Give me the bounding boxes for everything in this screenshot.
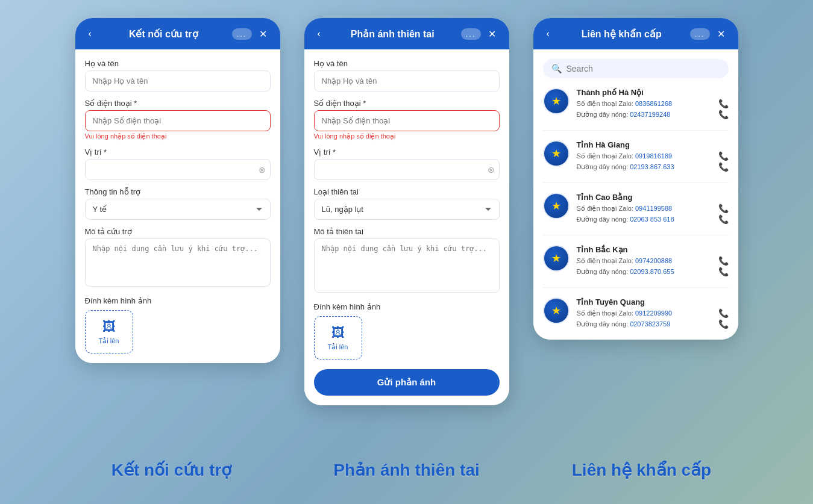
phone1-phone-input[interactable] (85, 110, 271, 131)
contact-divider (543, 130, 729, 131)
contact-hotline-number: 02193.867.633 (630, 163, 674, 170)
avatar-star-icon: ★ (551, 95, 561, 108)
phone2-location-field-group: Vị trí * ⊗ (314, 148, 500, 180)
phone1-location-input[interactable] (85, 159, 271, 180)
call-zalo-icon[interactable]: 📞 (718, 204, 729, 213)
contact-avatar: ★ (543, 88, 570, 114)
phone1-info-label: Thông tin hỗ trợ (85, 187, 271, 196)
contact-divider (543, 182, 729, 183)
phone2-submit-button[interactable]: Gửi phản ánh (314, 369, 500, 396)
contact-hotline-row: Đường dây nóng: 02073823759 📞 (577, 319, 729, 329)
phone1-header: ‹ Kết nối cứu trợ ... ✕ (75, 18, 280, 49)
phone2-upload-area: 🖼 Tải lên (314, 316, 500, 359)
search-icon: 🔍 (551, 64, 562, 73)
phone3-back-button[interactable]: ‹ (543, 27, 553, 40)
call-hotline-icon[interactable]: 📞 (718, 214, 729, 224)
phone2-location-label: Vị trí * (314, 148, 500, 157)
phone1-desc-textarea[interactable] (85, 238, 271, 287)
avatar-star-icon: ★ (551, 147, 561, 160)
phone1-desc-field-group: Mô tả cứu trợ (85, 227, 271, 289)
contact-zalo-row: Số điện thoại Zalo: 0836861268 📞 (577, 99, 729, 108)
phone1-info-select[interactable]: Y tế Lương thực Nơi trú ẩn (85, 199, 271, 220)
avatar-star-icon: ★ (551, 252, 561, 265)
phone2-location-clear-icon[interactable]: ⊗ (488, 165, 495, 175)
phone1-phone-error: Vui lòng nhập số điện thoại (85, 132, 271, 140)
contact-hotline-row: Đường dây nóng: 02063 853 618 📞 (577, 214, 729, 224)
phone2-name-input[interactable] (314, 70, 500, 92)
phone2-back-button[interactable]: ‹ (314, 27, 324, 40)
phone2-phone-error: Vui lòng nhập số điện thoại (314, 132, 500, 140)
phone2-upload-button[interactable]: 🖼 Tải lên (314, 316, 362, 359)
phone2-close-button[interactable]: ✕ (485, 27, 500, 41)
call-zalo-icon[interactable]: 📞 (718, 151, 729, 161)
phone1-close-button[interactable]: ✕ (256, 27, 271, 41)
phone1-upload-label: Tải lên (99, 337, 119, 345)
phone3-dots-button[interactable]: ... (690, 28, 710, 40)
phone3-body: 🔍 ★Thành phố Hà Nội Số điện thoại Zalo: … (533, 49, 738, 340)
contact-zalo-label: Số điện thoại Zalo: 0836861268 (577, 100, 673, 108)
contact-hotline-label: Đường dây nóng: 02063 853 618 (577, 216, 674, 223)
main-container: ‹ Kết nối cứu trợ ... ✕ Họ và tên Số điệ… (0, 0, 813, 504)
contact-region: Tỉnh Bắc Kạn (577, 245, 729, 254)
phone2-desc-textarea[interactable] (314, 238, 500, 293)
phone2-name-label: Họ và tên (314, 59, 500, 68)
label-phone2: Phản ánh thiên tai (301, 460, 512, 480)
contact-info: Tỉnh Hà Giang Số điện thoại Zalo: 091981… (577, 140, 729, 173)
phone1-upload-button[interactable]: 🖼 Tải lên (85, 310, 133, 353)
phone1-name-label: Họ và tên (85, 59, 271, 68)
phone1-location-label: Vị trí * (85, 148, 271, 157)
call-zalo-icon[interactable]: 📞 (718, 256, 729, 266)
contact-divider (543, 235, 729, 235)
phone2-upload-label: Tải lên (328, 343, 348, 351)
phone2-title: Phản ánh thiên tai (324, 28, 461, 40)
phone-phan-anh-thien-tai: ‹ Phản ánh thiên tai ... ✕ Họ và tên Số … (304, 18, 509, 405)
phone2-dots-button[interactable]: ... (461, 28, 481, 40)
phone2-attach-label: Đính kèm hình ảnh (314, 302, 500, 311)
phone1-dots-button[interactable]: ... (232, 28, 252, 40)
phone1-name-input[interactable] (85, 70, 271, 92)
contact-item: ★Tỉnh Hà Giang Số điện thoại Zalo: 09198… (543, 140, 729, 173)
phone2-phone-input[interactable] (314, 110, 500, 131)
contact-divider (543, 287, 729, 288)
phone2-attach-group: Đính kèm hình ảnh 🖼 Tải lên (314, 302, 500, 359)
contact-list: ★Thành phố Hà Nội Số điện thoại Zalo: 08… (543, 88, 729, 330)
contact-hotline-label: Đường dây nóng: 02093.870.655 (577, 268, 674, 276)
contact-zalo-label: Số điện thoại Zalo: 0919816189 (577, 152, 673, 160)
contact-zalo-row: Số điện thoại Zalo: 0941199588 📞 (577, 204, 729, 213)
phone2-body: Họ và tên Số điện thoại * Vui lòng nhập … (304, 49, 509, 405)
phone1-location-clear-icon[interactable]: ⊗ (259, 165, 266, 175)
phone2-disaster-label: Loại thiên tai (314, 187, 500, 196)
phone1-location-input-wrap: ⊗ (85, 159, 271, 180)
phone2-location-input[interactable] (314, 159, 500, 180)
contact-hotline-row: Đường dây nóng: 02437199248 📞 (577, 110, 729, 119)
contact-avatar: ★ (543, 297, 570, 324)
phone1-attach-label: Đính kèm hình ảnh (85, 296, 271, 305)
contact-item: ★Tỉnh Tuyên Quang Số điện thoại Zalo: 09… (543, 297, 729, 330)
call-hotline-icon[interactable]: 📞 (718, 110, 729, 119)
phone1-name-field-group: Họ và tên (85, 59, 271, 92)
phone-ket-noi-cuu-tro: ‹ Kết nối cứu trợ ... ✕ Họ và tên Số điệ… (75, 18, 280, 363)
contact-item: ★Thành phố Hà Nội Số điện thoại Zalo: 08… (543, 88, 729, 120)
contact-zalo-row: Số điện thoại Zalo: 0912209990 📞 (577, 308, 729, 318)
contact-hotline-number: 02437199248 (630, 111, 670, 118)
phone2-desc-field-group: Mô tả thiên tai (314, 227, 500, 295)
call-zalo-icon[interactable]: 📞 (718, 99, 729, 108)
search-input[interactable] (567, 64, 720, 73)
phone1-info-field-group: Thông tin hỗ trợ Y tế Lương thực Nơi trú… (85, 187, 271, 220)
phone2-header: ‹ Phản ánh thiên tai ... ✕ (304, 18, 509, 49)
call-hotline-icon[interactable]: 📞 (718, 162, 729, 172)
label-phone3: Liên hệ khẩn cấp (536, 460, 747, 480)
phone3-close-button[interactable]: ✕ (714, 27, 729, 41)
call-hotline-icon[interactable]: 📞 (718, 319, 729, 329)
contact-avatar: ★ (543, 140, 570, 167)
contact-info: Thành phố Hà Nội Số điện thoại Zalo: 083… (577, 88, 729, 120)
call-zalo-icon[interactable]: 📞 (718, 308, 729, 318)
phone2-disaster-select[interactable]: Lũ, ngập lụt Bão Động đất (314, 199, 500, 220)
phone1-back-button[interactable]: ‹ (85, 27, 95, 40)
contact-avatar: ★ (543, 193, 570, 219)
phone2-name-field-group: Họ và tên (314, 59, 500, 92)
contact-zalo-label: Số điện thoại Zalo: 0912209990 (577, 310, 673, 317)
contact-hotline-row: Đường dây nóng: 02093.870.655 📞 (577, 267, 729, 276)
phone1-attach-group: Đính kèm hình ảnh 🖼 Tải lên (85, 296, 271, 353)
call-hotline-icon[interactable]: 📞 (718, 267, 729, 276)
